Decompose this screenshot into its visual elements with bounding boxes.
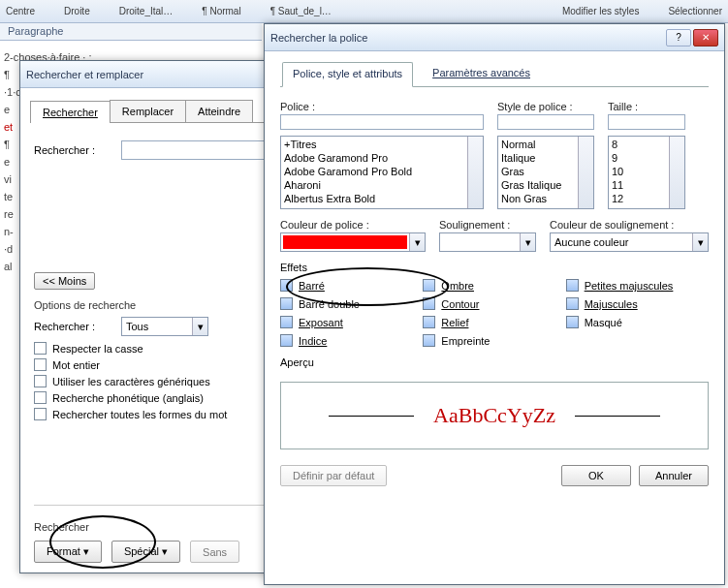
checkbox-casse[interactable]	[34, 342, 47, 355]
style-listbox[interactable]: Normal Italique Gras Gras Italique Non G…	[497, 136, 594, 209]
label-couleur-police: Couleur de police :	[280, 219, 426, 231]
label-generiques: Utiliser les caractères génériques	[52, 376, 210, 387]
search-scope-value: Tous	[122, 321, 192, 332]
label-exposant: Exposant	[299, 317, 343, 328]
label-phonetique: Recherche phonétique (anglais)	[52, 392, 204, 404]
font-color-combo[interactable]: ▾	[280, 232, 426, 252]
label-petites-maj: Petites majuscules	[585, 280, 674, 292]
preview-box: AaBbCcYyZz	[280, 382, 709, 449]
ribbon-style-droite-ital[interactable]: Droite_Ital…	[119, 6, 174, 16]
label-taille: Taille :	[608, 101, 685, 112]
label-style: Style de police :	[497, 101, 594, 112]
find-font-dialog: Rechercher la police ? ✕ Police, style e…	[264, 23, 725, 585]
list-item[interactable]: Albertus Extra Bold	[284, 192, 480, 205]
preview-line-left	[329, 416, 414, 417]
label-police: Police :	[280, 101, 484, 112]
checkbox-empreinte[interactable]	[423, 334, 435, 347]
find-font-titlebar[interactable]: Rechercher la police ? ✕	[265, 24, 724, 51]
checkbox-masque[interactable]	[566, 316, 579, 328]
set-default-button[interactable]: Définir par défaut	[280, 465, 387, 486]
checkbox-formes[interactable]	[34, 408, 47, 420]
checkbox-ombre[interactable]	[423, 279, 435, 292]
ribbon: Centre Droite Droite_Ital… ¶ Normal ¶ Sa…	[0, 0, 728, 23]
label-rechercher-scope: Rechercher :	[34, 321, 121, 332]
label-contour: Contour	[441, 298, 479, 310]
checkbox-exposant[interactable]	[280, 316, 293, 328]
preview-line-right	[575, 416, 660, 417]
close-button[interactable]: ✕	[693, 29, 718, 46]
find-font-title: Rechercher la police	[270, 32, 664, 44]
tab-parametres-avances[interactable]: Paramètres avancés	[430, 61, 532, 86]
help-button[interactable]: ?	[666, 29, 691, 46]
ok-button[interactable]: OK	[561, 465, 631, 486]
chevron-down-icon: ▾	[192, 318, 207, 335]
scrollbar[interactable]	[669, 137, 684, 208]
label-apercu: Aperçu	[280, 356, 709, 368]
label-empreinte: Empreinte	[441, 335, 490, 347]
label-formes: Rechercher toutes les formes du mot	[52, 409, 227, 420]
label-motentier: Mot entier	[52, 359, 100, 371]
preview-sample-text: AaBbCcYyZz	[433, 403, 555, 428]
cancel-button[interactable]: Annuler	[639, 465, 709, 486]
ribbon-modifier-styles[interactable]: Modifier les styles	[562, 6, 639, 16]
label-soulignement: Soulignement :	[439, 219, 536, 231]
scrollbar[interactable]	[578, 137, 593, 208]
label-masque: Masqué	[585, 317, 622, 328]
list-item[interactable]: Adobe Garamond Pro Bold	[284, 165, 480, 178]
ribbon-group-paragraphe: Paragraphe	[0, 23, 262, 41]
ribbon-style-saut[interactable]: ¶ Saut_de_l…	[270, 6, 332, 16]
label-barre: Barré	[299, 280, 325, 292]
tab-remplacer[interactable]: Remplacer	[110, 100, 186, 122]
label-majuscules: Majuscules	[585, 298, 638, 310]
label-couleur-soulignement: Couleur de soulignement :	[550, 219, 709, 231]
checkbox-majuscules[interactable]	[566, 297, 579, 310]
checkbox-generiques[interactable]	[34, 375, 47, 387]
checkbox-relief[interactable]	[423, 316, 435, 328]
less-button[interactable]: << Moins	[34, 272, 95, 290]
ribbon-style-droite[interactable]: Droite	[64, 6, 90, 16]
ribbon-style-normal[interactable]: ¶ Normal	[202, 6, 240, 16]
label-barre-double: Barré double	[299, 298, 360, 310]
format-button[interactable]: Format ▾	[34, 541, 102, 563]
underline-color-combo[interactable]: Aucune couleur ▾	[550, 232, 709, 252]
label-effets: Effets	[280, 262, 709, 273]
checkbox-phonetique[interactable]	[34, 391, 47, 404]
search-scope-combo[interactable]: Tous ▾	[121, 317, 208, 336]
checkbox-indice[interactable]	[280, 334, 293, 347]
label-indice: Indice	[299, 335, 327, 347]
list-item[interactable]: Adobe Garamond Pro	[284, 151, 480, 165]
label-casse: Respecter la casse	[52, 343, 143, 355]
label-rechercher: Rechercher :	[34, 144, 121, 156]
list-item[interactable]: +Titres	[284, 138, 480, 151]
tab-atteindre[interactable]: Atteindre	[185, 100, 253, 122]
font-size-input[interactable]	[608, 114, 685, 130]
ribbon-style-centre[interactable]: Centre	[6, 6, 35, 16]
underline-combo[interactable]: ▾	[439, 232, 536, 252]
ribbon-selectionner[interactable]: Sélectionner	[668, 6, 722, 16]
special-button[interactable]: Spécial ▾	[111, 541, 180, 563]
chevron-down-icon: ▾	[520, 233, 535, 251]
checkbox-petites-maj[interactable]	[566, 279, 579, 292]
font-name-input[interactable]	[280, 114, 484, 130]
font-style-input[interactable]	[497, 114, 594, 130]
font-listbox[interactable]: +Titres Adobe Garamond Pro Adobe Garamon…	[280, 136, 484, 209]
font-color-swatch	[283, 235, 407, 249]
chevron-down-icon: ▾	[692, 233, 708, 251]
label-ombre: Ombre	[441, 280, 474, 292]
list-item[interactable]: Aharoni	[284, 178, 480, 192]
scrollbar[interactable]	[467, 137, 483, 208]
label-relief: Relief	[441, 317, 468, 328]
tab-police-style[interactable]: Police, style et attributs	[282, 62, 413, 87]
checkbox-barre[interactable]	[280, 279, 293, 292]
chevron-down-icon: ▾	[409, 233, 425, 251]
size-listbox[interactable]: 8 9 10 11 12	[608, 136, 685, 209]
checkbox-contour[interactable]	[423, 297, 435, 310]
checkbox-motentier[interactable]	[34, 358, 47, 371]
checkbox-barre-double[interactable]	[280, 297, 293, 310]
underline-color-value: Aucune couleur	[551, 236, 692, 248]
sans-button[interactable]: Sans	[190, 541, 239, 563]
tab-rechercher[interactable]: Rechercher	[30, 101, 111, 123]
